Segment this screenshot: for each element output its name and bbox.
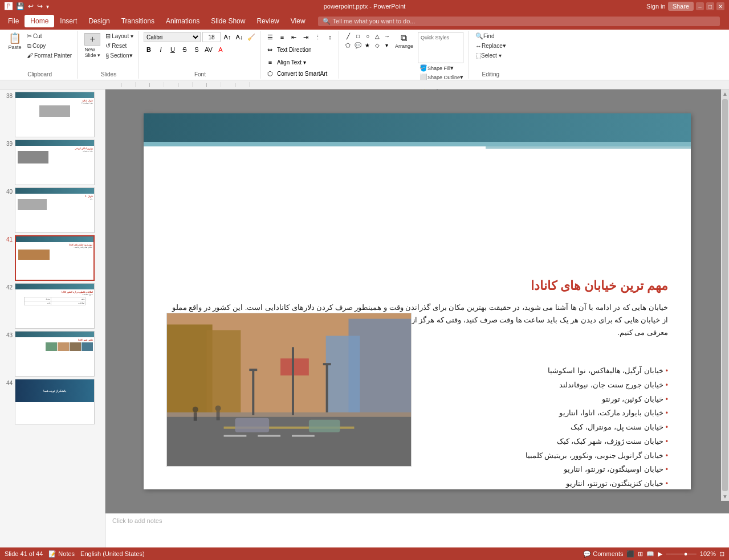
shape-triangle[interactable]: △ xyxy=(373,32,382,40)
slide-thumb-41[interactable]: 41 مهم ترین خیابان های کانادا خیابان های… xyxy=(2,235,103,281)
quick-styles-box[interactable]: Quick Styles xyxy=(418,32,463,63)
menu-transitions[interactable]: Transitions xyxy=(116,15,160,27)
slide-image-42[interactable]: اطلاعات تکمیلی درباره کشور کانادا جدول ا… xyxy=(15,283,95,329)
slide-thumb-44[interactable]: 44 باتشکر از توجه شما xyxy=(2,379,103,424)
shape-callout[interactable]: 💬 xyxy=(353,41,363,49)
menu-view[interactable]: View xyxy=(285,15,311,27)
share-btn[interactable]: Share xyxy=(668,2,694,11)
vertical-scrollbar[interactable]: ▲ ▼ xyxy=(721,89,729,501)
slide-image-40[interactable]: عنوان ۴۰ متن xyxy=(15,187,95,233)
normal-view-button[interactable]: ⬛ xyxy=(626,550,634,558)
copy-button[interactable]: ⧉Copy xyxy=(25,42,74,50)
reading-view-button[interactable]: 📖 xyxy=(646,550,654,558)
slide-image-44[interactable]: باتشکر از توجه شما xyxy=(15,379,95,424)
strikethrough-button[interactable]: S xyxy=(180,44,190,55)
menu-design[interactable]: Design xyxy=(83,15,115,27)
bold-button[interactable]: B xyxy=(144,44,154,55)
ribbon-group-drawing: ╱ □ ○ △ → ⬠ 💬 ★ ◇ ▾ ⧉ xyxy=(340,31,469,79)
font-color-button[interactable]: A xyxy=(215,44,226,55)
slide-sorter-button[interactable]: ⊞ xyxy=(638,550,643,558)
close-btn[interactable]: ✕ xyxy=(716,2,724,10)
search-field[interactable]: Tell me what you want to do... xyxy=(333,18,416,24)
slide-thumb-42[interactable]: 42 اطلاعات تکمیلی درباره کشور کانادا جدو… xyxy=(2,283,103,329)
clear-format-button[interactable]: 🧹 xyxy=(246,32,256,42)
slide-image-43[interactable]: عکس شهر کانادا xyxy=(15,331,95,377)
slide-thumb-38[interactable]: 38 عنوان اسلاید متن اسلاید ۳۸ xyxy=(2,92,103,137)
quick-access-dropdown[interactable]: ▾ xyxy=(46,3,49,10)
increase-indent-button[interactable]: ⇥ xyxy=(301,32,311,42)
shape-fill-button[interactable]: 🪣Shape Fill ▾ xyxy=(418,64,465,72)
slide-info: Slide 41 of 44 xyxy=(5,550,43,557)
slide-image-41-active[interactable]: مهم ترین خیابان های کانادا خیابان هایی ک… xyxy=(15,235,95,281)
menu-slideshow[interactable]: Slide Show xyxy=(205,15,251,27)
font-name-select[interactable]: Calibri xyxy=(144,32,201,42)
format-painter-button[interactable]: 🖌Format Painter xyxy=(25,51,74,59)
text-direction-button[interactable]: ⇔ xyxy=(265,44,275,55)
ribbon-group-slides: + NewSlide ▾ ⊞Layout ▾ ↺Reset §Section ▾… xyxy=(79,31,139,79)
slideshow-button[interactable]: ▶ xyxy=(658,550,662,558)
ruler: | | | | | xyxy=(0,80,729,89)
menu-insert[interactable]: Insert xyxy=(54,15,83,27)
font-size-input[interactable] xyxy=(202,32,221,42)
comments-button[interactable]: 💬 Comments xyxy=(583,550,623,558)
slide-thumb-40[interactable]: 40 عنوان ۴۰ متن xyxy=(2,187,103,233)
menu-animations[interactable]: Animations xyxy=(160,15,205,27)
shadow-button[interactable]: S xyxy=(192,44,202,55)
reset-button[interactable]: ↺Reset xyxy=(104,42,135,50)
align-text-button[interactable]: ≡ xyxy=(265,57,275,67)
underline-button[interactable]: U xyxy=(168,44,178,55)
bullets-button[interactable]: ☰ xyxy=(265,32,275,42)
slide-street-image xyxy=(166,313,412,467)
fit-slide-button[interactable]: ⊡ xyxy=(719,550,724,558)
zoom-level: 102% xyxy=(700,550,716,557)
notes-area[interactable]: Click to add notes xyxy=(105,513,729,547)
notes-placeholder: Click to add notes xyxy=(112,517,162,524)
shape-more[interactable]: ▾ xyxy=(382,41,392,49)
maximize-btn[interactable]: □ xyxy=(706,2,714,10)
decrease-indent-button[interactable]: ⇤ xyxy=(289,32,299,42)
shape-pentagon[interactable]: ⬠ xyxy=(344,41,353,49)
slide-title: مهم ترین خیابان های کانادا xyxy=(531,279,668,293)
decrease-font-button[interactable]: A↓ xyxy=(234,32,245,42)
layout-button[interactable]: ⊞Layout ▾ xyxy=(104,32,135,40)
font-label: Font xyxy=(144,71,256,79)
italic-button[interactable]: I xyxy=(156,44,166,55)
quick-access-redo[interactable]: ↪ xyxy=(37,2,43,10)
columns-button[interactable]: ⋮ xyxy=(313,32,323,42)
slide-image-38[interactable]: عنوان اسلاید متن اسلاید ۳۸ xyxy=(15,92,95,137)
shapes-palette: ╱ □ ○ △ → ⬠ 💬 ★ ◇ ▾ xyxy=(344,32,392,49)
paste-button[interactable]: 📋 Paste xyxy=(6,32,24,51)
shape-star[interactable]: ★ xyxy=(363,41,372,49)
menu-review[interactable]: Review xyxy=(251,15,284,27)
shape-line[interactable]: ╱ xyxy=(344,32,353,40)
arrange-button[interactable]: ⧉ Arrange xyxy=(393,32,416,50)
char-spacing-button[interactable]: AV xyxy=(203,44,214,55)
slide-thumb-39[interactable]: 39 بهترین اماکن تاریخی متن توضیحی xyxy=(2,140,103,185)
numbering-button[interactable]: ≡ xyxy=(277,32,287,42)
find-button[interactable]: 🔍Find xyxy=(474,32,496,40)
menu-home[interactable]: Home xyxy=(25,15,54,27)
select-button[interactable]: ⬚Select ▾ xyxy=(474,51,503,60)
cut-button[interactable]: ✂Cut xyxy=(25,32,74,40)
main-area: 38 عنوان اسلاید متن اسلاید ۳۸ 39 xyxy=(0,89,729,547)
list-item: • خیابان آرگیل، هالیفاکس، نوا اسکوشیا xyxy=(400,364,668,378)
section-button[interactable]: §Section ▾ xyxy=(104,51,135,60)
more-paragraph-button[interactable]: ↕ xyxy=(325,32,335,42)
quick-access-undo[interactable]: ↩ xyxy=(28,2,34,10)
slide-thumb-43[interactable]: 43 عکس شهر کانادا xyxy=(2,331,103,377)
replace-button[interactable]: ↔Replace ▾ xyxy=(474,42,508,50)
notes-icon[interactable]: 📝 Notes xyxy=(48,550,75,558)
slide-image-39[interactable]: بهترین اماکن تاریخی متن توضیحی xyxy=(15,140,95,185)
zoom-slider[interactable]: ────●── xyxy=(666,550,696,557)
shape-oval[interactable]: ○ xyxy=(363,32,372,40)
new-slide-button[interactable]: + NewSlide ▾ xyxy=(82,32,103,59)
menu-file[interactable]: File xyxy=(2,15,25,27)
increase-font-button[interactable]: A↑ xyxy=(222,32,233,42)
shape-rect[interactable]: □ xyxy=(353,32,363,40)
shape-flowchart[interactable]: ◇ xyxy=(373,41,382,49)
minimize-btn[interactable]: – xyxy=(696,2,704,10)
shape-arrow[interactable]: → xyxy=(382,32,392,40)
convert-smartart-button[interactable]: ⬡ xyxy=(265,68,275,79)
quick-access-save[interactable]: 💾 xyxy=(16,2,25,10)
signin-btn[interactable]: Sign in xyxy=(646,3,666,10)
